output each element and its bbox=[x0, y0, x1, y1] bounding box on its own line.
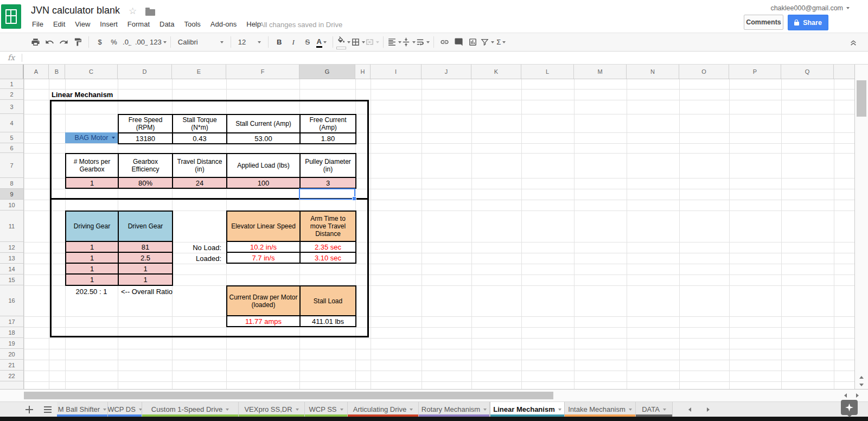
sheet-tab-7[interactable]: Linear Mechanism bbox=[490, 402, 565, 417]
explore-button[interactable] bbox=[841, 400, 858, 415]
sheet-tab-3[interactable]: VEXpro SS,DR bbox=[239, 402, 305, 417]
chevron-down-icon[interactable] bbox=[103, 409, 106, 411]
col-header-11[interactable]: L bbox=[521, 65, 574, 79]
sheet-tab-2[interactable]: Custom 1-Speed Drive bbox=[142, 402, 239, 417]
gear-header-cell[interactable]: Driving Gear bbox=[66, 212, 119, 242]
param-header-cell[interactable]: Travel Distance (in) bbox=[173, 154, 227, 178]
stall-load-value-cell[interactable]: 411.01 lbs bbox=[301, 316, 355, 326]
fill-color-button[interactable] bbox=[337, 35, 351, 49]
sheet-tab-0[interactable]: M Ball Shifter bbox=[57, 402, 108, 417]
vertical-align-button[interactable] bbox=[401, 35, 416, 49]
tab-scroll-right-button[interactable] bbox=[701, 402, 715, 417]
load-header-cell[interactable]: Stall Load bbox=[301, 286, 355, 316]
gear-value-cell[interactable]: 1 bbox=[66, 264, 119, 275]
functions-button[interactable]: Σ bbox=[494, 35, 508, 49]
time-value-cell[interactable]: 3.10 sec bbox=[301, 253, 355, 263]
speed-header-cell[interactable]: Arm Time to move Travel Distance bbox=[301, 212, 355, 242]
row-header-8[interactable]: 9 bbox=[0, 189, 23, 200]
chevron-down-icon[interactable] bbox=[340, 409, 343, 411]
col-header-15[interactable]: P bbox=[729, 65, 781, 79]
increase-decimal-button[interactable]: .00 bbox=[135, 35, 150, 49]
motor-select-dropdown[interactable]: BAG Motor bbox=[65, 132, 118, 143]
row-header-1[interactable]: 2 bbox=[0, 89, 23, 100]
speed-header-cell[interactable]: Elevator Linear Speed bbox=[227, 212, 301, 242]
menu-1[interactable]: Edit bbox=[52, 19, 66, 29]
gear-header-cell[interactable]: Driven Gear bbox=[119, 212, 172, 242]
borders-button[interactable] bbox=[351, 35, 365, 49]
insert-chart-button[interactable] bbox=[466, 35, 480, 49]
motor-value-cell[interactable]: 53.00 bbox=[227, 133, 301, 143]
row-header-6[interactable]: 7 bbox=[0, 153, 23, 178]
param-header-cell[interactable]: Pulley Diameter (in) bbox=[301, 154, 355, 178]
text-color-button[interactable]: A bbox=[315, 35, 329, 49]
motor-header-cell[interactable]: Stall Current (Amp) bbox=[227, 115, 301, 133]
menu-6[interactable]: Tools bbox=[183, 19, 201, 29]
motor-value-cell[interactable]: 0.43 bbox=[173, 133, 227, 143]
formula-input[interactable] bbox=[26, 52, 863, 64]
vertical-scrollbar-thumb[interactable] bbox=[857, 80, 866, 117]
param-value-cell[interactable]: 80% bbox=[119, 178, 173, 188]
text-wrap-button[interactable] bbox=[416, 35, 430, 49]
decrease-decimal-button[interactable]: .0 bbox=[121, 35, 135, 49]
folder-icon[interactable] bbox=[145, 9, 155, 16]
col-header-3[interactable]: D bbox=[118, 65, 172, 79]
gear-value-cell[interactable]: 1 bbox=[66, 242, 119, 253]
font-family-select[interactable]: Calibri bbox=[175, 36, 227, 49]
menu-5[interactable]: Data bbox=[158, 19, 175, 29]
gear-value-cell[interactable]: 2.5 bbox=[119, 253, 172, 264]
gear-value-cell[interactable]: 1 bbox=[66, 253, 119, 264]
param-value-cell[interactable]: 24 bbox=[173, 178, 227, 188]
format-currency-button[interactable]: $ bbox=[93, 35, 107, 49]
menu-7[interactable]: Add-ons bbox=[209, 19, 238, 29]
gear-value-cell[interactable]: 1 bbox=[119, 264, 172, 275]
col-header-2[interactable]: C bbox=[65, 65, 118, 79]
font-size-select[interactable]: 12 bbox=[235, 36, 264, 49]
chevron-down-icon[interactable] bbox=[558, 409, 561, 411]
col-header-1[interactable]: B bbox=[49, 65, 65, 79]
menu-2[interactable]: View bbox=[74, 19, 91, 29]
sheet-tab-1[interactable]: WCP DS bbox=[108, 402, 142, 417]
motor-value-cell[interactable]: 1.80 bbox=[301, 133, 355, 143]
sheet-tab-9[interactable]: DATA bbox=[636, 402, 673, 417]
col-header-8[interactable]: I bbox=[371, 65, 422, 79]
chevron-down-icon[interactable] bbox=[410, 409, 413, 411]
row-header-5[interactable]: 6 bbox=[0, 143, 23, 153]
selected-cell-G9[interactable] bbox=[299, 188, 355, 200]
param-header-cell[interactable]: Gearbox Efficiency bbox=[119, 154, 173, 178]
col-header-4[interactable]: E bbox=[172, 65, 226, 79]
param-header-cell[interactable]: # Motors per Gearbox bbox=[66, 154, 119, 178]
menu-0[interactable]: File bbox=[31, 19, 44, 29]
scroll-down-button[interactable] bbox=[855, 381, 868, 388]
sheet-tab-8[interactable]: Intake Mechanism bbox=[565, 402, 636, 417]
col-header-13[interactable]: N bbox=[627, 65, 679, 79]
strikethrough-button[interactable]: S bbox=[301, 35, 315, 49]
italic-button[interactable]: I bbox=[286, 35, 301, 49]
col-header-7[interactable]: H bbox=[355, 65, 371, 79]
param-value-cell[interactable]: 1 bbox=[66, 178, 119, 188]
speed-value-cell[interactable]: 7.7 in/s bbox=[227, 253, 301, 263]
chevron-down-icon[interactable] bbox=[139, 409, 142, 411]
col-header-0[interactable]: A bbox=[24, 65, 49, 79]
select-all-corner[interactable] bbox=[0, 65, 24, 79]
col-header-9[interactable]: J bbox=[422, 65, 471, 79]
gear-value-cell[interactable]: 1 bbox=[66, 275, 119, 285]
tab-scroll-left-button[interactable] bbox=[682, 402, 697, 417]
chevron-down-icon[interactable] bbox=[629, 409, 632, 411]
horizontal-align-button[interactable] bbox=[387, 35, 401, 49]
speed-value-cell[interactable]: 10.2 in/s bbox=[227, 242, 301, 253]
row-header-18[interactable]: 19 bbox=[0, 338, 23, 349]
row-header-14[interactable]: 15 bbox=[0, 275, 23, 285]
gear-value-cell[interactable]: 81 bbox=[119, 242, 172, 253]
insert-comment-button[interactable] bbox=[452, 35, 466, 49]
horizontal-scrollbar-thumb[interactable] bbox=[24, 392, 553, 399]
col-header-12[interactable]: M bbox=[574, 65, 627, 79]
undo-button[interactable] bbox=[42, 35, 56, 49]
chevron-down-icon[interactable] bbox=[483, 409, 487, 411]
param-value-cell[interactable]: 100 bbox=[227, 178, 301, 188]
motor-header-cell[interactable]: Free Current (Amp) bbox=[301, 115, 355, 133]
row-header-3[interactable]: 4 bbox=[0, 114, 23, 132]
row-header-17[interactable]: 18 bbox=[0, 327, 23, 338]
paint-format-button[interactable] bbox=[71, 35, 85, 49]
document-title[interactable]: JVN calculator blank bbox=[31, 5, 120, 16]
current-draw-value-cell[interactable]: 11.77 amps bbox=[227, 316, 301, 326]
